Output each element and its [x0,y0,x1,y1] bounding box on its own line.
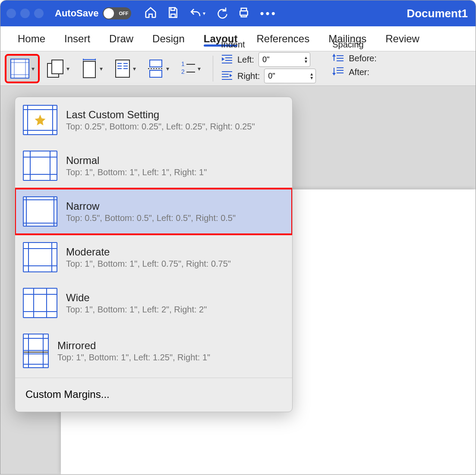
indent-group: Indent Left: 0"▲▼ Right: 0"▲▼ [221,40,316,83]
tab-draw[interactable]: Draw [109,28,133,49]
more-icon[interactable]: ••• [260,7,277,20]
svg-rect-7 [52,60,63,74]
indent-right-input[interactable]: 0"▲▼ [264,69,316,83]
tab-review[interactable]: Review [385,28,419,49]
option-desc: Top: 1", Bottom: 1", Left: 2", Right: 2" [66,305,207,315]
undo-icon[interactable]: ▾ [189,7,205,20]
divider [213,56,213,82]
svg-rect-8 [83,61,95,78]
margins-option-last-custom[interactable]: Last Custom Setting Top: 0.25", Bottom: … [15,97,292,143]
svg-text:1: 1 [181,60,185,67]
margins-option-normal[interactable]: Normal Top: 1", Bottom: 1", Left: 1", Ri… [15,143,292,189]
autosave-switch[interactable]: OFF [103,7,131,19]
chevron-down-icon: ▾ [100,65,103,72]
option-desc: Top: 0.5", Bottom: 0.5", Left: 0.5", Rig… [66,213,236,223]
option-name: Narrow [66,200,236,212]
svg-text:2: 2 [181,68,185,75]
option-desc: Top: 1", Bottom: 1", Left: 0.75", Right:… [66,259,231,269]
tab-insert[interactable]: Insert [64,28,90,49]
option-name: Normal [66,154,207,167]
quick-access-toolbar: ▾ ••• [144,6,277,21]
option-name: Last Custom Setting [66,109,255,121]
autosave-label: AutoSave [55,8,98,19]
margins-button[interactable]: ▾ [6,56,38,82]
option-desc: Top: 0.25", Bottom: 0.25", Left: 0.25", … [66,122,255,132]
indent-right-value: 0" [268,72,275,81]
titlebar: AutoSave OFF ▾ ••• Document1 [0,0,476,26]
custom-margins-button[interactable]: Custom Margins... [15,380,292,412]
chevron-down-icon: ▾ [133,65,136,72]
indent-left-input[interactable]: 0"▲▼ [258,52,310,67]
chevron-down-icon: ▾ [166,65,169,72]
option-name: Moderate [66,246,231,258]
minimize-window-button[interactable] [20,9,30,18]
size-button[interactable]: ▾ [77,55,106,82]
line-numbers-button[interactable]: 12 ▾ [177,57,204,81]
chevron-down-icon: ▾ [32,65,35,72]
home-icon[interactable] [144,6,157,21]
margins-option-narrow[interactable]: Narrow Top: 0.5", Bottom: 0.5", Left: 0.… [15,189,292,234]
breaks-button[interactable]: ▾ [144,56,173,82]
close-window-button[interactable] [6,9,16,18]
spacing-after-icon [332,66,344,78]
print-icon[interactable] [237,6,250,21]
svg-rect-20 [150,70,162,77]
chevron-down-icon: ▾ [198,65,201,72]
svg-rect-1 [11,59,29,78]
indent-left-value: 0" [262,55,269,64]
svg-rect-19 [150,60,162,67]
ribbon-layout-content: ▾ ▾ ▾ ▾ ▾ 12 ▾ Indent [0,51,476,86]
divider [15,378,292,378]
indent-right-icon [221,70,233,82]
spacing-header: Spacing [332,40,376,50]
spacing-before-icon [332,52,344,64]
indent-right-label: Right: [237,71,260,81]
option-desc: Top: 1", Bottom: 1", Left: 1.25", Right:… [57,353,210,363]
margins-dropdown: Last Custom Setting Top: 0.25", Bottom: … [15,97,293,412]
spacing-after-label: After: [349,67,369,77]
columns-button[interactable]: ▾ [110,56,139,82]
chevron-down-icon: ▾ [66,65,69,72]
indent-left-icon [221,54,233,66]
redo-icon[interactable] [215,6,228,21]
save-icon[interactable] [167,6,180,21]
window-controls [6,9,44,18]
autosave-toggle[interactable]: AutoSave OFF [55,7,131,19]
tab-design[interactable]: Design [152,28,185,49]
orientation-button[interactable]: ▾ [42,56,73,82]
zoom-window-button[interactable] [34,9,44,18]
svg-rect-0 [240,11,248,15]
option-desc: Top: 1", Bottom: 1", Left: 1", Right: 1" [66,167,207,177]
option-name: Wide [66,292,207,304]
tab-home[interactable]: Home [18,28,45,49]
autosave-state: OFF [119,11,128,16]
option-name: Mirrored [57,340,210,352]
margins-option-moderate[interactable]: Moderate Top: 1", Bottom: 1", Left: 0.75… [15,234,292,280]
indent-left-label: Left: [237,55,254,65]
indent-header: Indent [221,40,316,50]
spacing-before-label: Before: [349,54,376,63]
margins-option-wide[interactable]: Wide Top: 1", Bottom: 1", Left: 2", Righ… [15,280,292,326]
margins-option-mirrored[interactable]: Mirrored Top: 1", Bottom: 1", Left: 1.25… [15,326,292,376]
spacing-group: Spacing Before: After: [332,40,376,78]
document-title: Document1 [407,7,468,20]
